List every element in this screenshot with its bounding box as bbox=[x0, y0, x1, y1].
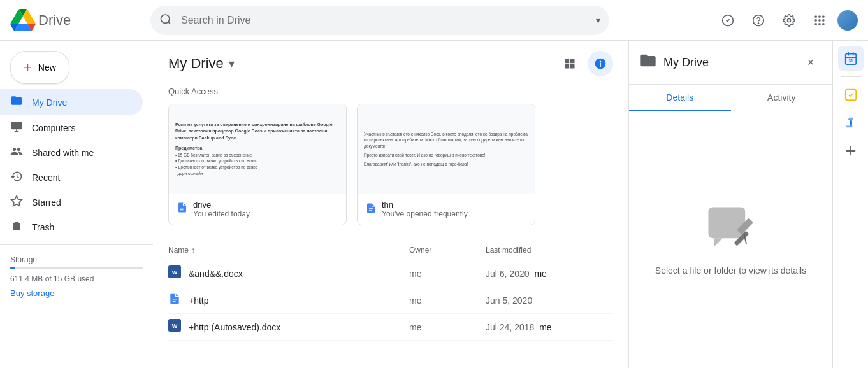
card-info-drive: drive You edited today bbox=[193, 200, 338, 218]
shared-icon bbox=[10, 145, 23, 160]
sort-arrow-icon: ↑ bbox=[191, 246, 195, 255]
sidebar-item-my-drive[interactable]: My Drive bbox=[0, 89, 143, 115]
table-row[interactable]: W &and&&.docx me Jul 6, 2020 me bbox=[168, 260, 613, 287]
svg-rect-11 bbox=[822, 19, 824, 21]
help-icon[interactable] bbox=[746, 8, 771, 33]
complete-tasks-icon[interactable] bbox=[715, 8, 741, 33]
sidebar-item-recent[interactable]: Recent bbox=[0, 165, 143, 190]
card-footer-thn: thn You've opened frequently bbox=[358, 194, 535, 225]
svg-text:W: W bbox=[172, 269, 178, 276]
file-modified: Jun 5, 2020 bbox=[486, 295, 613, 306]
quick-access-card-drive[interactable]: Роля на услугата за съхранение и синхрон… bbox=[168, 104, 347, 225]
svg-rect-9 bbox=[815, 19, 817, 21]
right-sidebar-divider bbox=[841, 76, 861, 77]
tab-details[interactable]: Details bbox=[629, 85, 731, 111]
svg-rect-6 bbox=[815, 15, 817, 17]
search-dropdown-arrow[interactable]: ▾ bbox=[596, 15, 600, 25]
sidebar: + New My Drive Computers Shared with me bbox=[0, 41, 153, 368]
file-owner: me bbox=[409, 269, 486, 279]
card-preview-thn: Участник в съставянето е няколко Docs, в… bbox=[358, 104, 535, 194]
my-drive-icon bbox=[10, 94, 23, 110]
plus-icon: + bbox=[24, 60, 32, 74]
detail-close-button[interactable]: × bbox=[799, 51, 822, 74]
new-button[interactable]: + New bbox=[10, 51, 69, 84]
file-owner: me bbox=[409, 295, 486, 306]
starred-icon bbox=[10, 195, 23, 209]
detail-title-area: My Drive bbox=[639, 52, 709, 74]
sidebar-trash-label: Trash bbox=[32, 222, 54, 232]
svg-rect-12 bbox=[815, 23, 817, 25]
sidebar-item-starred[interactable]: Starred bbox=[0, 190, 143, 215]
table-row[interactable]: W +http (Autosaved).docx me Jul 24, 2018… bbox=[168, 314, 613, 341]
logo-area: Drive bbox=[10, 9, 150, 31]
sidebar-divider bbox=[0, 244, 153, 245]
svg-text:31: 31 bbox=[848, 59, 853, 63]
computers-icon bbox=[10, 120, 23, 135]
avatar[interactable] bbox=[837, 10, 858, 31]
svg-rect-7 bbox=[818, 15, 820, 17]
drive-title-dropdown-icon[interactable]: ▾ bbox=[229, 57, 235, 71]
file-modified: Jul 6, 2020 me bbox=[486, 269, 613, 279]
sidebar-recent-label: Recent bbox=[32, 173, 60, 183]
sidebar-computers-label: Computers bbox=[32, 123, 75, 133]
table-row[interactable]: +http me Jun 5, 2020 bbox=[168, 287, 613, 314]
storage-used-text: 611.4 MB of 15 GB used bbox=[10, 274, 143, 283]
settings-icon[interactable] bbox=[776, 8, 802, 33]
svg-marker-31 bbox=[714, 238, 722, 246]
sidebar-item-shared[interactable]: Shared with me bbox=[0, 140, 143, 165]
card-subtitle-thn: You've opened frequently bbox=[382, 209, 527, 218]
drive-title-text: My Drive bbox=[168, 55, 224, 72]
buy-storage-link[interactable]: Buy storage bbox=[10, 288, 143, 298]
card-footer-drive: drive You edited today bbox=[169, 194, 346, 225]
drive-doc-icon bbox=[177, 202, 188, 216]
right-sidebar: 31 bbox=[832, 41, 868, 368]
sidebar-starred-label: Starred bbox=[32, 197, 61, 208]
column-owner: Owner bbox=[409, 246, 486, 255]
detail-tabs: Details Activity bbox=[629, 85, 832, 111]
drive-title[interactable]: My Drive ▾ bbox=[168, 55, 235, 72]
card-subtitle-drive: You edited today bbox=[193, 209, 338, 218]
svg-rect-14 bbox=[822, 23, 824, 25]
card-info-thn: thn You've opened frequently bbox=[382, 200, 527, 218]
keep-icon[interactable] bbox=[838, 110, 864, 136]
search-icon bbox=[159, 13, 172, 27]
tasks-icon[interactable] bbox=[838, 82, 864, 108]
grid-view-button[interactable] bbox=[557, 51, 582, 76]
detail-illustration bbox=[705, 204, 756, 255]
storage-label: Storage bbox=[10, 255, 143, 264]
svg-rect-15 bbox=[11, 122, 22, 130]
info-button[interactable] bbox=[588, 51, 613, 76]
card-name-drive: drive bbox=[193, 200, 338, 209]
card-preview-drive: Роля на услугата за съхранение и синхрон… bbox=[169, 104, 346, 194]
tab-activity[interactable]: Activity bbox=[731, 85, 833, 111]
file-name: &and&&.docx bbox=[189, 269, 409, 279]
search-input[interactable] bbox=[150, 6, 609, 35]
apps-icon[interactable] bbox=[807, 8, 832, 33]
app-name: Drive bbox=[38, 12, 71, 29]
file-name: +http (Autosaved).docx bbox=[189, 322, 409, 332]
add-app-icon[interactable] bbox=[838, 138, 864, 164]
topbar-right-icons bbox=[715, 8, 858, 33]
storage-section: Storage 611.4 MB of 15 GB used Buy stora… bbox=[0, 250, 153, 303]
column-modified: Last modified bbox=[486, 246, 613, 255]
storage-fill bbox=[10, 267, 15, 269]
column-name[interactable]: Name ↑ bbox=[168, 246, 409, 255]
svg-text:W: W bbox=[172, 323, 178, 329]
storage-bar bbox=[10, 267, 143, 269]
recent-icon bbox=[10, 170, 23, 185]
file-icon-word-2: W bbox=[168, 319, 181, 335]
svg-rect-13 bbox=[818, 23, 820, 25]
svg-marker-16 bbox=[11, 196, 22, 206]
detail-panel: My Drive × Details Activity Select a fil… bbox=[628, 41, 832, 368]
thn-doc-icon bbox=[365, 202, 377, 216]
svg-line-1 bbox=[168, 22, 171, 24]
quick-access-card-thn[interactable]: Участник в съставянето е няколко Docs, в… bbox=[357, 104, 535, 225]
file-icon-doc bbox=[168, 292, 181, 308]
file-name: +http bbox=[189, 295, 409, 306]
calendar-icon[interactable]: 31 bbox=[838, 46, 864, 71]
main-content: My Drive ▾ Quick Access Роля на услугата… bbox=[153, 41, 628, 368]
detail-title: My Drive bbox=[663, 56, 709, 69]
sidebar-shared-label: Shared with me bbox=[32, 148, 94, 158]
sidebar-item-trash[interactable]: Trash bbox=[0, 215, 143, 239]
sidebar-item-computers[interactable]: Computers bbox=[0, 115, 143, 140]
